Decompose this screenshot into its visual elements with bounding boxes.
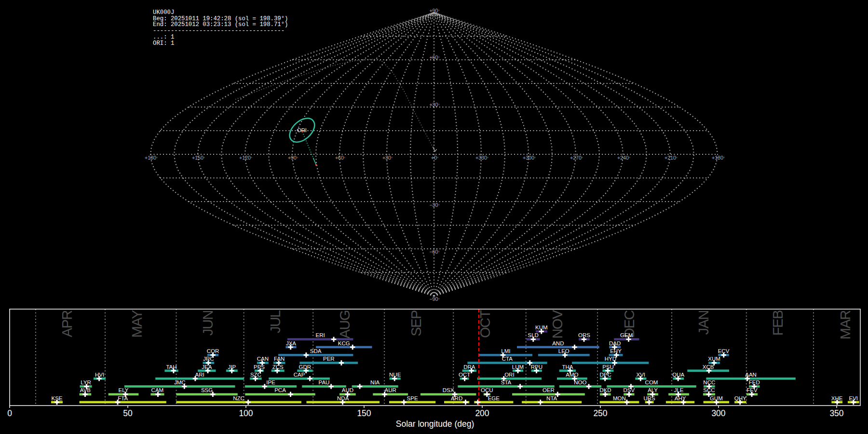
- svg-text:JUL: JUL: [268, 310, 283, 333]
- svg-text:PER: PER: [323, 356, 335, 362]
- svg-text:QHY: QHY: [734, 395, 746, 401]
- svg-text:+120°: +120°: [239, 155, 252, 161]
- svg-text:FEV: FEV: [746, 387, 758, 393]
- svg-text:ERI: ERI: [316, 332, 325, 338]
- svg-text:KCG: KCG: [338, 340, 350, 346]
- svg-text:150: 150: [357, 408, 371, 418]
- svg-text:+210°: +210°: [665, 155, 678, 161]
- svg-text:SZC: SZC: [250, 372, 261, 378]
- svg-text:LMI: LMI: [501, 348, 510, 354]
- svg-text:FEB: FEB: [770, 311, 786, 336]
- svg-text:NOO: NOO: [574, 380, 586, 385]
- svg-text:AMO: AMO: [566, 372, 578, 378]
- svg-text:ORI: 1: ORI: 1: [153, 40, 174, 47]
- svg-text:MON: MON: [613, 395, 626, 401]
- svg-text:XUM: XUM: [708, 356, 720, 362]
- svg-text:NOV: NOV: [550, 310, 565, 339]
- svg-text:+240°: +240°: [617, 155, 630, 161]
- svg-text:KSE: KSE: [51, 395, 62, 401]
- svg-text:SPE: SPE: [407, 395, 418, 401]
- svg-text:OCT: OCT: [477, 310, 493, 338]
- svg-text:0: 0: [7, 408, 12, 418]
- svg-text:250: 250: [593, 408, 607, 418]
- svg-text:200: 200: [475, 408, 489, 418]
- svg-text:300: 300: [711, 408, 725, 418]
- svg-text:NIA: NIA: [370, 380, 380, 385]
- svg-text:DSV: DSV: [624, 387, 635, 393]
- svg-text:JUN: JUN: [200, 311, 216, 336]
- svg-text:ECV: ECV: [718, 348, 730, 354]
- svg-text:Solar longitude (deg): Solar longitude (deg): [396, 419, 474, 429]
- svg-text:SDA: SDA: [310, 348, 322, 354]
- svg-text:350: 350: [829, 408, 843, 418]
- svg-text:JLE: JLE: [674, 387, 684, 393]
- svg-text:GUM: GUM: [710, 395, 723, 401]
- svg-text:PAU: PAU: [319, 380, 330, 385]
- svg-text:LYR: LYR: [81, 380, 91, 385]
- svg-text:AHY: AHY: [675, 395, 686, 401]
- svg-text:ARD: ARD: [451, 395, 462, 401]
- svg-text:CAM: CAM: [151, 387, 164, 393]
- svg-text:AUD: AUD: [342, 387, 353, 393]
- svg-text:LUM: LUM: [512, 364, 524, 370]
- svg-text:MAY: MAY: [129, 310, 145, 338]
- svg-text:NUE: NUE: [389, 372, 401, 378]
- svg-text:IPE: IPE: [266, 380, 275, 385]
- svg-text:OCU: OCU: [481, 387, 493, 393]
- svg-text:ALY: ALY: [648, 387, 658, 393]
- svg-text:XVI: XVI: [637, 372, 646, 378]
- svg-text:XHE: XHE: [831, 395, 843, 401]
- svg-text:THA: THA: [562, 364, 573, 370]
- svg-text:RPU: RPU: [531, 364, 542, 370]
- svg-text:XCB: XCB: [703, 364, 714, 370]
- svg-text:SEP: SEP: [408, 311, 424, 337]
- svg-text:OCT: OCT: [459, 372, 470, 378]
- svg-text:JMC: JMC: [174, 380, 186, 385]
- svg-text:ORS: ORS: [578, 332, 590, 338]
- svg-text:JAN: JAN: [696, 311, 711, 335]
- svg-text:SLD: SLD: [528, 332, 539, 338]
- svg-text:KUM: KUM: [535, 325, 548, 330]
- svg-text:DRA: DRA: [463, 364, 475, 370]
- svg-text:AAN: AAN: [745, 372, 757, 378]
- svg-text:STA: STA: [501, 380, 512, 385]
- svg-text:NDA: NDA: [337, 395, 349, 401]
- svg-text:ELY: ELY: [119, 387, 129, 393]
- svg-text:+300°: +300°: [523, 155, 536, 161]
- svg-text:DSX: DSX: [443, 387, 454, 393]
- svg-text:ARI: ARI: [195, 372, 204, 378]
- svg-text:EVI: EVI: [849, 395, 858, 401]
- svg-text:100: 100: [239, 408, 253, 418]
- svg-text:URS: URS: [643, 395, 655, 401]
- svg-text:PSU: PSU: [602, 364, 614, 370]
- svg-text:ORI: ORI: [504, 372, 514, 378]
- svg-text:AND: AND: [552, 340, 564, 346]
- svg-text:+270°: +270°: [570, 155, 583, 161]
- svg-text:COM: COM: [645, 380, 658, 385]
- svg-text:AUR: AUR: [385, 387, 396, 393]
- svg-text:FAN: FAN: [274, 356, 285, 362]
- svg-text:JIP: JIP: [228, 364, 236, 370]
- svg-text:LEO: LEO: [558, 348, 570, 354]
- svg-text:NZC: NZC: [233, 395, 244, 401]
- svg-text:+150°: +150°: [192, 155, 205, 161]
- svg-text:+180°: +180°: [145, 155, 158, 161]
- svg-text:JXA: JXA: [286, 340, 296, 346]
- svg-text:EHY: EHY: [610, 348, 622, 354]
- svg-text:JRC: JRC: [203, 356, 214, 362]
- svg-text:DKD: DKD: [599, 387, 611, 393]
- svg-text:NCC: NCC: [703, 380, 715, 385]
- svg-text:50: 50: [123, 408, 133, 418]
- svg-text:+330°: +330°: [475, 155, 488, 161]
- svg-text:DPC: DPC: [600, 372, 611, 378]
- svg-text:COR: COR: [207, 348, 219, 354]
- svg-text:PPS: PPS: [254, 364, 265, 370]
- svg-text:CTA: CTA: [502, 356, 513, 362]
- svg-text:DAD: DAD: [609, 340, 621, 346]
- svg-text:HVI: HVI: [95, 372, 104, 378]
- svg-text:SCC: SCC: [703, 387, 715, 393]
- svg-text:CAN: CAN: [257, 356, 269, 362]
- svg-text:ZCS: ZCS: [272, 364, 284, 370]
- svg-text:APR: APR: [59, 310, 75, 337]
- svg-text:AVB: AVB: [80, 387, 91, 393]
